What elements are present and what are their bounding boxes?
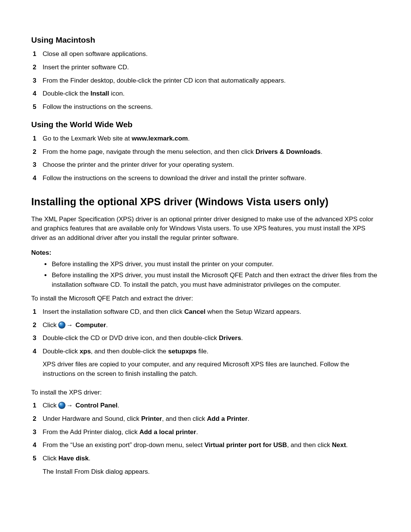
step-text: From the “Use an existing port” drop-dow… [43,441,380,450]
step-number: 1 [31,401,43,411]
step-text: Under Hardware and Sound, click Printer,… [43,414,380,424]
step-number: 1 [31,307,43,317]
step-text: From the Finder desktop, double-click th… [43,76,380,86]
step-text: Click Have disk. The Install From Disk d… [43,454,380,479]
steps-macintosh: 1 Close all open software applications. … [31,50,380,112]
step-number: 5 [31,454,43,463]
qfe-intro: To install the Microsoft QFE Patch and e… [31,294,380,304]
step-text: Double-click the Install icon. [43,89,380,99]
notes-label: Notes: [31,248,380,258]
step-text: Double-click the CD or DVD drive icon, a… [43,334,380,343]
step-text: Insert the printer software CD. [43,63,380,72]
step-number: 2 [31,414,43,424]
arrow-icon: → [65,321,74,329]
note-item: Before installing the XPS driver, you mu… [51,271,380,289]
step-text: Go to the Lexmark Web site at www.lexmar… [43,134,380,144]
step-text: Follow the instructions on the screens. [43,102,380,112]
driver-intro: To install the XPS driver: [31,388,380,398]
step-number: 4 [31,89,43,99]
step-number: 4 [31,441,43,450]
arrow-icon: → [65,402,74,409]
step-number: 3 [31,160,43,170]
step-number: 3 [31,76,43,86]
xps-intro: The XML Paper Specification (XPS) driver… [31,215,380,243]
step-number: 1 [31,50,43,59]
step-number: 1 [31,134,43,144]
step-text: Insert the installation software CD, and… [43,307,380,317]
heading-using-macintosh: Using Macintosh [31,34,380,46]
step-number: 2 [31,63,43,72]
step-text: From the home page, navigate through the… [43,147,380,157]
step-text: Click → Control Panel. [43,401,380,411]
step-number: 3 [31,428,43,437]
step-number: 2 [31,147,43,157]
step-text: Follow the instructions on the screens t… [43,174,380,183]
heading-using-www: Using the World Wide Web [31,119,380,130]
notes-list: Before installing the XPS driver, you mu… [31,260,380,289]
step-number: 4 [31,347,43,356]
step-number: 2 [31,321,43,330]
step-text: Choose the printer and the printer drive… [43,160,380,170]
steps-driver: 1 Click → Control Panel. 2 Under Hardwar… [31,401,380,479]
windows-start-icon [59,402,65,409]
steps-qfe: 1 Insert the installation software CD, a… [31,307,380,381]
windows-start-icon [59,322,65,328]
step-text: Click → Computer. [43,321,380,330]
step-text: Double-click xps, and then double-click … [43,347,380,381]
step-text: Close all open software applications. [43,50,380,59]
heading-xps: Installing the optional XPS driver (Wind… [31,195,380,209]
step-text: From the Add Printer dialog, click Add a… [43,428,380,437]
step-number: 3 [31,334,43,343]
step-number: 5 [31,102,43,112]
step-number: 4 [31,174,43,183]
steps-www: 1 Go to the Lexmark Web site at www.lexm… [31,134,380,183]
note-item: Before installing the XPS driver, you mu… [51,260,380,269]
